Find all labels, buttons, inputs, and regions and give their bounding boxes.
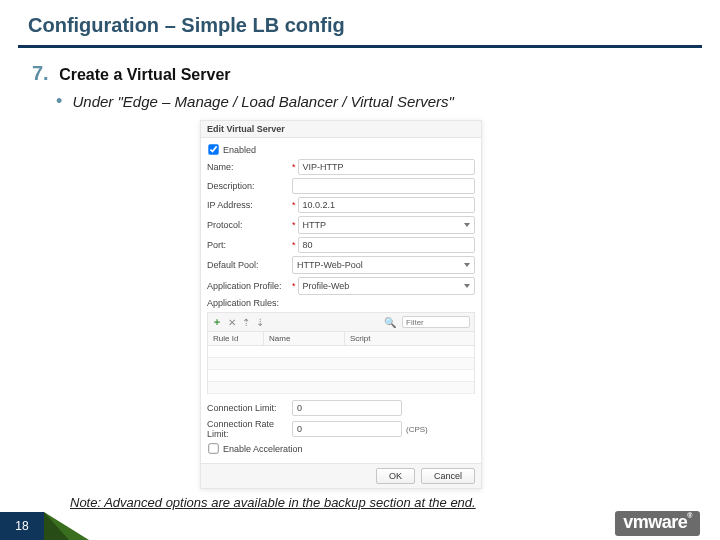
vmware-logo: vmware® bbox=[615, 511, 700, 536]
rules-label: Application Rules: bbox=[207, 298, 475, 308]
port-row: Port: * 80 bbox=[207, 237, 475, 253]
footer-decoration bbox=[44, 512, 69, 540]
required-marker: * bbox=[292, 200, 296, 210]
table-row bbox=[208, 346, 474, 358]
description-label: Description: bbox=[207, 181, 292, 191]
dialog-footer: OK Cancel bbox=[201, 463, 481, 488]
protocol-row: Protocol: * HTTP bbox=[207, 216, 475, 234]
required-marker: * bbox=[292, 220, 296, 230]
chevron-down-icon bbox=[464, 223, 470, 227]
profile-value: Profile-Web bbox=[303, 281, 350, 291]
pool-value: HTTP-Web-Pool bbox=[297, 260, 363, 270]
rules-rows bbox=[207, 346, 475, 394]
port-label: Port: bbox=[207, 240, 292, 250]
move-down-icon[interactable]: ⇣ bbox=[256, 317, 264, 328]
port-input[interactable]: 80 bbox=[298, 237, 475, 253]
page-number: 18 bbox=[0, 512, 44, 540]
ip-input[interactable]: 10.0.2.1 bbox=[298, 197, 475, 213]
dialog-body: Enabled Name: * VIP-HTTP Description: IP… bbox=[201, 138, 481, 463]
edit-virtual-server-dialog: Edit Virtual Server Enabled Name: * VIP-… bbox=[200, 120, 482, 489]
chevron-down-icon bbox=[464, 284, 470, 288]
ip-row: IP Address: * 10.0.2.1 bbox=[207, 197, 475, 213]
ip-label: IP Address: bbox=[207, 200, 292, 210]
profile-label: Application Profile: bbox=[207, 281, 292, 291]
step-row: 7. Create a Virtual Server bbox=[0, 48, 720, 85]
move-up-icon[interactable]: ⇡ bbox=[242, 317, 250, 328]
conn-limit-row: Connection Limit: 0 bbox=[207, 400, 475, 416]
sub-step: • Under "Edge – Manage / Load Balancer /… bbox=[0, 85, 720, 112]
conn-limit-label: Connection Limit: bbox=[207, 403, 292, 413]
page-title: Configuration – Simple LB config bbox=[0, 0, 720, 45]
rules-section: ＋ ✕ ⇡ ⇣ 🔍 Rule Id Name Script bbox=[207, 312, 475, 394]
enabled-checkbox[interactable] bbox=[208, 144, 218, 154]
rules-header: Rule Id Name Script bbox=[207, 332, 475, 346]
accel-row: Enable Acceleration bbox=[207, 442, 475, 455]
pool-label: Default Pool: bbox=[207, 260, 292, 270]
accel-checkbox[interactable] bbox=[208, 443, 218, 453]
step-number: 7. bbox=[32, 62, 49, 84]
description-row: Description: bbox=[207, 178, 475, 194]
pool-select[interactable]: HTTP-Web-Pool bbox=[292, 256, 475, 274]
profile-select[interactable]: Profile-Web bbox=[298, 277, 475, 295]
rate-limit-input[interactable]: 0 bbox=[292, 421, 402, 437]
rate-limit-row: Connection Rate Limit: 0 (CPS) bbox=[207, 419, 475, 439]
protocol-select[interactable]: HTTP bbox=[298, 216, 475, 234]
rules-filter-input[interactable] bbox=[402, 316, 470, 328]
chevron-down-icon bbox=[464, 263, 470, 267]
col-script: Script bbox=[345, 332, 474, 345]
sub-step-text: Under "Edge – Manage / Load Balancer / V… bbox=[72, 93, 453, 110]
required-marker: * bbox=[292, 240, 296, 250]
cps-label: (CPS) bbox=[406, 425, 428, 434]
conn-limit-input[interactable]: 0 bbox=[292, 400, 402, 416]
required-marker: * bbox=[292, 162, 296, 172]
rate-limit-label: Connection Rate Limit: bbox=[207, 419, 292, 439]
cancel-button[interactable]: Cancel bbox=[421, 468, 475, 484]
dialog-title: Edit Virtual Server bbox=[201, 121, 481, 138]
slide-footer: 18 vmware® bbox=[0, 512, 720, 540]
ok-button[interactable]: OK bbox=[376, 468, 415, 484]
table-row bbox=[208, 370, 474, 382]
profile-row: Application Profile: * Profile-Web bbox=[207, 277, 475, 295]
protocol-value: HTTP bbox=[303, 220, 327, 230]
enabled-label: Enabled bbox=[223, 145, 256, 155]
step-text: Create a Virtual Server bbox=[59, 66, 230, 83]
table-row bbox=[208, 382, 474, 394]
rules-toolbar: ＋ ✕ ⇡ ⇣ 🔍 bbox=[207, 312, 475, 332]
add-rule-icon[interactable]: ＋ bbox=[212, 315, 222, 329]
col-name: Name bbox=[264, 332, 345, 345]
name-label: Name: bbox=[207, 162, 292, 172]
accel-label: Enable Acceleration bbox=[223, 444, 303, 454]
pool-row: Default Pool: HTTP-Web-Pool bbox=[207, 256, 475, 274]
delete-rule-icon[interactable]: ✕ bbox=[228, 317, 236, 328]
name-input[interactable]: VIP-HTTP bbox=[298, 159, 475, 175]
col-rule-id: Rule Id bbox=[208, 332, 264, 345]
required-marker: * bbox=[292, 281, 296, 291]
note-text: Note: Advanced options are available in … bbox=[0, 489, 720, 510]
search-icon: 🔍 bbox=[384, 317, 396, 328]
table-row bbox=[208, 358, 474, 370]
enabled-row: Enabled bbox=[207, 143, 475, 156]
slide: Configuration – Simple LB config 7. Crea… bbox=[0, 0, 720, 540]
description-input[interactable] bbox=[292, 178, 475, 194]
name-row: Name: * VIP-HTTP bbox=[207, 159, 475, 175]
protocol-label: Protocol: bbox=[207, 220, 292, 230]
bullet: • bbox=[56, 91, 62, 111]
